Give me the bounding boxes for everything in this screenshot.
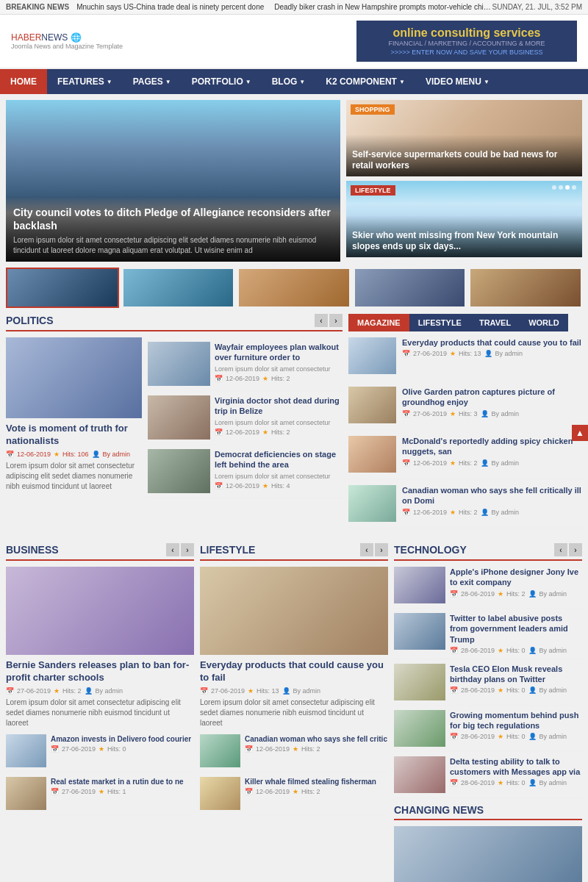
nav-blog[interactable]: BLOG ▼: [262, 69, 316, 94]
magazine-item[interactable]: McDonald's reportedly adding spicy chick…: [348, 436, 582, 479]
business-item[interactable]: Amazon invests in Delivero food courier …: [6, 734, 194, 772]
mag-item-content: McDonald's reportedly adding spicy chick…: [402, 436, 582, 467]
thumb-2[interactable]: [122, 268, 235, 308]
lifestyle-prev-btn[interactable]: ‹: [360, 543, 373, 556]
thumb-5[interactable]: [469, 268, 582, 308]
star-icon: ★: [262, 482, 268, 490]
politics-item-desc: Lorem ipsum dolor sit amet consectetur: [215, 473, 343, 480]
tab-lifestyle[interactable]: LIFESTYLE: [409, 314, 470, 331]
tech-item[interactable]: Delta testing ability to talk to custome…: [394, 756, 582, 798]
thumb-3[interactable]: [237, 268, 351, 308]
thumb-img-2: [123, 269, 234, 306]
mag-item-content: Everyday products that could cause you t…: [402, 337, 582, 357]
tech-item-title: Twitter to label abusive posts from gove…: [450, 613, 582, 645]
technology-prev-btn[interactable]: ‹: [554, 543, 567, 556]
tech-item-content: Twitter to label abusive posts from gove…: [450, 613, 582, 654]
tech-item[interactable]: Growing momentum behind push for big tec…: [394, 710, 582, 752]
site-logo[interactable]: HABERNEWS 🌐 Joomla News and Magazine Tem…: [11, 32, 123, 50]
dot-1: [552, 185, 556, 190]
politics-section: POLITICS ‹ › Vote is moment of truth for…: [6, 314, 343, 528]
magazine-item[interactable]: Canadian woman who says she fell critica…: [348, 485, 582, 528]
lifestyle-item[interactable]: Killer whale filmed stealing fisherman 📅…: [200, 777, 388, 815]
politics-next-btn[interactable]: ›: [329, 314, 343, 327]
calendar-icon: 📅: [215, 482, 223, 490]
dot-3-active: [565, 185, 570, 190]
magazine-item[interactable]: Everyday products that could cause you t…: [348, 337, 582, 381]
user-icon: 👤: [484, 350, 492, 357]
hero-main-article[interactable]: City council votes to ditch Pledge of Al…: [6, 100, 340, 262]
changing-news-title: CHANGING NEWS: [394, 804, 484, 816]
thumbnail-carousel: [6, 268, 582, 308]
politics-item-meta: 📅 12-06-2019 ★ Hits: 2: [215, 429, 343, 436]
magazine-tabs: MAGAZINE LIFESTYLE TRAVEL WORLD: [348, 314, 582, 331]
tech-item[interactable]: Apple's iPhone designer Jony Ive to exit…: [394, 567, 582, 609]
tech-item-meta: 📅 28-06-2019 ★ Hits: 0 👤 By admin: [450, 647, 582, 654]
business-desc: Lorem ipsum dolor sit amet consectetur a…: [6, 698, 194, 728]
business-header: BUSINESS ‹ ›: [6, 543, 194, 561]
changing-news-image: [394, 826, 582, 882]
lifestyle-item[interactable]: Canadian woman who says she fell critic …: [200, 734, 388, 772]
star-icon: ★: [450, 410, 456, 417]
lifestyle-desc: Lorem ipsum dolor sit amet consectetur a…: [200, 698, 388, 728]
politics-item[interactable]: Democrat deficiencies on stage left behi…: [148, 445, 343, 498]
scroll-to-top-button[interactable]: ▲: [572, 425, 588, 441]
dot-2: [559, 185, 563, 190]
site-header: HABERNEWS 🌐 Joomla News and Magazine Tem…: [0, 15, 588, 69]
calendar-icon: 📅: [51, 745, 59, 753]
politics-item[interactable]: Virginia doctor shot dead during trip in…: [148, 391, 343, 445]
side-card-lifestyle[interactable]: LIFESTYLE Skier who went missing from Ne…: [346, 181, 582, 257]
user-icon: 👤: [282, 687, 290, 695]
star-icon: ★: [248, 687, 254, 695]
tech-item-title: Tesla CEO Elon Musk reveals birthday pla…: [450, 664, 582, 685]
ad-title: online consulting services: [368, 26, 566, 40]
thumb-1[interactable]: [6, 268, 119, 308]
side-card-shopping[interactable]: SHOPPING Self-service supermarkets could…: [346, 100, 582, 176]
nav-features[interactable]: FEATURES ▼: [47, 69, 123, 94]
lifestyle-item-image: [200, 734, 240, 767]
technology-section: TECHNOLOGY ‹ › Apple's iPhone designer J…: [394, 543, 582, 882]
business-meta: 📅 27-06-2019 ★ Hits: 2 👤 By admin: [6, 687, 194, 695]
lifestyle-main-image: [200, 567, 388, 655]
lifestyle-nav: ‹ ›: [360, 543, 388, 556]
technology-list: Apple's iPhone designer Jony Ive to exit…: [394, 567, 582, 798]
tab-magazine[interactable]: MAGAZINE: [348, 314, 409, 331]
nav-video[interactable]: VIDEO MENU ▼: [415, 69, 500, 94]
lifestyle-item-title: Canadian woman who says she fell critic: [245, 734, 388, 744]
tech-item-content: Delta testing ability to talk to custome…: [450, 756, 582, 787]
tab-travel[interactable]: TRAVEL: [470, 314, 520, 331]
thumb-img-5: [470, 269, 581, 306]
tech-item-image: [394, 613, 445, 650]
header-advertisement[interactable]: online consulting services FINANCIAL / M…: [356, 21, 577, 62]
technology-next-btn[interactable]: ›: [569, 543, 582, 556]
business-item-image: [6, 777, 46, 810]
nav-pages[interactable]: PAGES ▼: [123, 69, 182, 94]
calendar-icon: 📅: [450, 733, 458, 740]
logo-subtitle: Joomla News and Magazine Template: [11, 43, 123, 50]
nav-home[interactable]: HOME: [0, 69, 47, 94]
lifestyle-next-btn[interactable]: ›: [375, 543, 388, 556]
business-item[interactable]: Real estate market in a rutin due to ne …: [6, 777, 194, 815]
star-icon: ★: [498, 647, 503, 654]
thumb-4[interactable]: [354, 268, 467, 308]
technology-nav: ‹ ›: [554, 543, 582, 556]
tech-item-title: Growing momentum behind push for big tec…: [450, 710, 582, 731]
tech-item[interactable]: Tesla CEO Elon Musk reveals birthday pla…: [394, 664, 582, 706]
mag-item-image: [348, 387, 396, 423]
calendar-icon: 📅: [215, 429, 223, 436]
user-icon: 👤: [481, 410, 489, 417]
tab-world[interactable]: WORLD: [520, 314, 568, 331]
nav-k2[interactable]: K2 COMPONENT ▼: [315, 69, 415, 94]
star-icon: ★: [498, 686, 503, 694]
politics-prev-btn[interactable]: ‹: [315, 314, 328, 327]
magazine-item[interactable]: Olive Garden patron captures picture of …: [348, 387, 582, 430]
politics-item-content: Virginia doctor shot dead during trip in…: [215, 395, 343, 440]
mag-item-meta: 📅 12-06-2019 ★ Hits: 2 👤 By admin: [402, 509, 582, 516]
politics-main-article: Vote is moment of truth for nationalists…: [6, 337, 142, 498]
chevron-down-icon: ▼: [245, 79, 251, 85]
business-next-btn[interactable]: ›: [181, 543, 194, 556]
politics-item[interactable]: Wayfair employees plan walkout over furn…: [148, 337, 343, 391]
tech-item[interactable]: Twitter to label abusive posts from gove…: [394, 613, 582, 659]
shopping-title: Self-service supermarkets could be bad n…: [352, 149, 576, 172]
nav-portfolio[interactable]: PORTFOLIO ▼: [182, 69, 262, 94]
business-prev-btn[interactable]: ‹: [166, 543, 179, 556]
